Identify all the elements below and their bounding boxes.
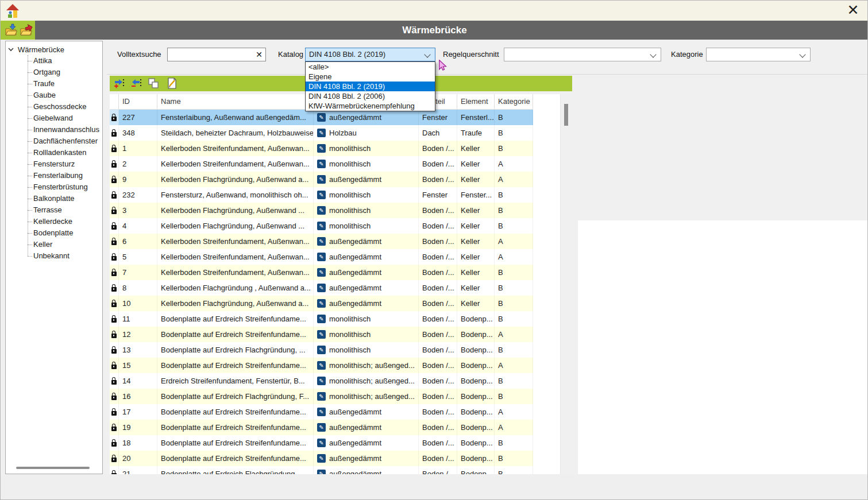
edit-icon[interactable]: ✎: [317, 361, 326, 370]
tree-item-gaube[interactable]: Gaube: [6, 90, 102, 101]
table-row[interactable]: 3Kellerboden Flachgründung, Außenwand ..…: [110, 203, 533, 218]
remove-entry-icon[interactable]: [130, 77, 142, 89]
tree-item-kellerdecke[interactable]: Kellerdecke: [6, 216, 102, 227]
add-entry-icon[interactable]: [113, 77, 125, 89]
edit-icon[interactable]: ✎: [317, 129, 326, 137]
tree-item-unbekannt[interactable]: Unbekannt: [6, 250, 102, 262]
table-row[interactable]: 2Kellerboden Streifenfundament, Außenwan…: [110, 156, 533, 172]
tree-item-rollladenkasten[interactable]: Rollladenkasten: [6, 147, 102, 158]
cell-kategorie: B: [495, 296, 533, 311]
edit-icon[interactable]: ✎: [317, 268, 326, 277]
clear-search-icon[interactable]: ✕: [253, 50, 265, 59]
scrollbar-thumb[interactable]: [564, 104, 568, 126]
tree-item-dachflächenfenster[interactable]: Dachflächenfenster: [6, 135, 102, 147]
tree-item-fensterlaibung[interactable]: Fensterlaibung: [6, 170, 102, 181]
edit-icon[interactable]: ✎: [317, 299, 326, 308]
table-row[interactable]: 19Bodenplatte auf Erdreich Streifenfunda…: [110, 420, 533, 435]
table-row[interactable]: 4Kellerboden Flachgründung, Außenwand ..…: [110, 218, 533, 234]
copy-entry-icon[interactable]: [148, 77, 159, 89]
cell-kategorie: B: [495, 110, 533, 125]
header-lock[interactable]: [110, 94, 119, 109]
table-row[interactable]: 16Bodenplatte auf Erdreich Flachgründung…: [110, 389, 533, 404]
table-row[interactable]: 6Kellerboden Streifenfundament, Außenwan…: [110, 234, 533, 249]
edit-icon[interactable]: ✎: [317, 346, 326, 354]
tree-item-traufe[interactable]: Traufe: [6, 78, 102, 90]
cell-kategorie: B: [495, 373, 533, 389]
table-row[interactable]: 1Kellerboden Streifenfundament, Außenwan…: [110, 141, 533, 156]
katalog-combobox[interactable]: DIN 4108 Bbl. 2 (2019): [305, 48, 435, 61]
dropdown-option[interactable]: Eigene: [306, 72, 435, 82]
lock-icon: [111, 334, 117, 338]
tree-item-innenwandanschlus[interactable]: Innenwandanschlus: [6, 124, 102, 135]
tree-item-fenstersturz[interactable]: Fenstersturz: [6, 158, 102, 170]
header-kategorie[interactable]: Kategorie: [495, 94, 533, 109]
edit-icon[interactable]: ✎: [317, 284, 326, 292]
edit-icon[interactable]: ✎: [317, 470, 326, 474]
table-row[interactable]: 21Bodenplatte auf Erdreich Flachgründung…: [110, 466, 533, 474]
table-vertical-scrollbar[interactable]: [560, 94, 572, 474]
edit-icon[interactable]: ✎: [317, 222, 326, 230]
table-row[interactable]: 348Steildach, beheizter Dachraum, Holzba…: [110, 125, 533, 141]
tree-item-bodenplatte[interactable]: Bodenplatte: [6, 227, 102, 239]
tree-item-terrasse[interactable]: Terrasse: [6, 204, 102, 216]
cell-element: Bodenp...: [457, 404, 495, 420]
edit-icon[interactable]: ✎: [317, 237, 326, 246]
table-row[interactable]: 5Kellerboden Streifenfundament, Außenwan…: [110, 249, 533, 265]
tree-item-attika[interactable]: Attika: [6, 55, 102, 67]
dropdown-option[interactable]: <alle>: [306, 62, 435, 72]
header-id[interactable]: ID: [119, 94, 157, 109]
edit-icon[interactable]: ✎: [317, 330, 326, 339]
edit-icon[interactable]: ✎: [317, 253, 326, 261]
tree-root-wärmebrücke[interactable]: Wärmebrücke: [8, 44, 64, 55]
edit-icon[interactable]: ✎: [317, 175, 326, 184]
header-name[interactable]: Name: [157, 94, 314, 109]
edit-icon[interactable]: ✎: [317, 439, 326, 447]
edit-icon[interactable]: ✎: [317, 315, 326, 323]
edit-icon[interactable]: ✎: [317, 191, 326, 199]
dropdown-option[interactable]: DIN 4108 Bbl. 2 (2019): [306, 82, 435, 91]
table-row[interactable]: 20Bodenplatte auf Erdreich Streifenfunda…: [110, 451, 533, 466]
tree-item-keller[interactable]: Keller: [6, 239, 102, 250]
tree-item-giebelwand[interactable]: Giebelwand: [6, 113, 102, 124]
table-row[interactable]: 7Kellerboden Streifenfundament, Außenwan…: [110, 265, 533, 280]
tree-item-fensterbrüstung[interactable]: Fensterbrüstung: [6, 181, 102, 193]
table-body: 227Fensterlaibung, Außenwand außengedäm.…: [110, 110, 533, 474]
table-row[interactable]: 11Bodenplatte auf Erdreich Streifenfunda…: [110, 311, 533, 327]
edit-icon[interactable]: ✎: [317, 408, 326, 416]
table-row[interactable]: 18Bodenplatte auf Erdreich Streifenfunda…: [110, 435, 533, 451]
tree-item-balkonplatte[interactable]: Balkonplatte: [6, 193, 102, 204]
table-row[interactable]: 14Erdreich Streifenfundament, Fenstertür…: [110, 373, 533, 389]
edit-icon[interactable]: ✎: [317, 113, 326, 122]
table-row[interactable]: 17Bodenplatte auf Erdreich Streifenfunda…: [110, 404, 533, 420]
edit-icon[interactable]: ✎: [317, 454, 326, 463]
edit-icon[interactable]: ✎: [317, 206, 326, 215]
tree-item-geschossdecke[interactable]: Geschossdecke: [6, 101, 102, 113]
kategorie-combobox[interactable]: [706, 48, 811, 61]
search-input[interactable]: [168, 51, 253, 59]
edit-icon[interactable]: ✎: [317, 423, 326, 432]
cell-daemmung: ✎außengedämmt: [314, 451, 419, 466]
edit-icon[interactable]: ✎: [317, 144, 326, 153]
dropdown-option[interactable]: DIN 4108 Bbl. 2 (2006): [306, 91, 435, 101]
regelquerschnitt-combobox[interactable]: [504, 48, 661, 61]
header-element[interactable]: Element: [457, 94, 495, 109]
table-row[interactable]: 232Fenstersturz, Außenwand, monolithisch…: [110, 187, 533, 203]
edit-icon[interactable]: ✎: [317, 160, 326, 168]
dropdown-option[interactable]: KfW-Wärmebrückenempfehlung: [306, 101, 435, 111]
lock-icon: [111, 132, 117, 137]
edit-icon[interactable]: ✎: [317, 392, 326, 401]
table-row[interactable]: 227Fensterlaibung, Außenwand außengedäm.…: [110, 110, 533, 125]
table-row[interactable]: 10Kellerboden Flachgründung, Außenwand a…: [110, 296, 533, 311]
table-row[interactable]: 8Kellerboden Flachgründung , Außenwand a…: [110, 280, 533, 296]
close-icon[interactable]: ✕: [843, 1, 863, 20]
edit-entry-icon[interactable]: [166, 77, 178, 89]
cell-bauteil: Boden /...: [419, 311, 457, 327]
tree-item-ortgang[interactable]: Ortgang: [6, 67, 102, 78]
tree-horizontal-scrollbar[interactable]: [16, 467, 90, 469]
table-row[interactable]: 13Bodenplatte auf Erdreich Flachgründung…: [110, 342, 533, 358]
cell-name: Erdreich Streifenfundament, Fenstertür, …: [157, 373, 314, 389]
table-row[interactable]: 9Kellerboden Flachgründung, Außenwand a.…: [110, 172, 533, 187]
table-row[interactable]: 15Bodenplatte auf Erdreich Streifenfunda…: [110, 358, 533, 373]
edit-icon[interactable]: ✎: [317, 377, 326, 385]
table-row[interactable]: 12Bodenplatte auf Erdreich Streifenfunda…: [110, 327, 533, 342]
